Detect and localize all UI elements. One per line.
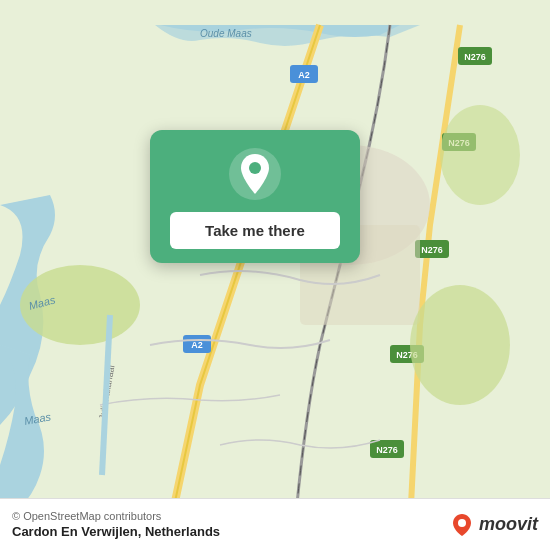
- map-container: A2 A2 A2 N276 N276 N276 N276 N276: [0, 0, 550, 550]
- svg-point-20: [410, 285, 510, 405]
- svg-text:N276: N276: [421, 245, 443, 255]
- attribution-text: © OpenStreetMap contributors: [12, 510, 220, 522]
- moovit-logo-icon: [449, 512, 475, 538]
- location-pin-icon: [229, 148, 281, 200]
- svg-text:N276: N276: [464, 52, 486, 62]
- svg-text:Oude Maas: Oude Maas: [200, 28, 252, 39]
- svg-text:A2: A2: [298, 70, 310, 80]
- bottom-left-info: © OpenStreetMap contributors Cardon En V…: [12, 510, 220, 539]
- bottom-bar: © OpenStreetMap contributors Cardon En V…: [0, 498, 550, 550]
- take-me-there-button[interactable]: Take me there: [170, 212, 340, 249]
- moovit-logo: moovit: [449, 512, 538, 538]
- map-background: A2 A2 A2 N276 N276 N276 N276 N276: [0, 0, 550, 550]
- svg-point-27: [249, 162, 261, 174]
- location-label: Cardon En Verwijlen, Netherlands: [12, 524, 220, 539]
- popup-card: Take me there: [150, 130, 360, 263]
- moovit-brand-text: moovit: [479, 514, 538, 535]
- svg-point-28: [458, 519, 466, 527]
- svg-point-21: [440, 105, 520, 205]
- svg-text:N276: N276: [376, 445, 398, 455]
- svg-text:A2: A2: [191, 340, 203, 350]
